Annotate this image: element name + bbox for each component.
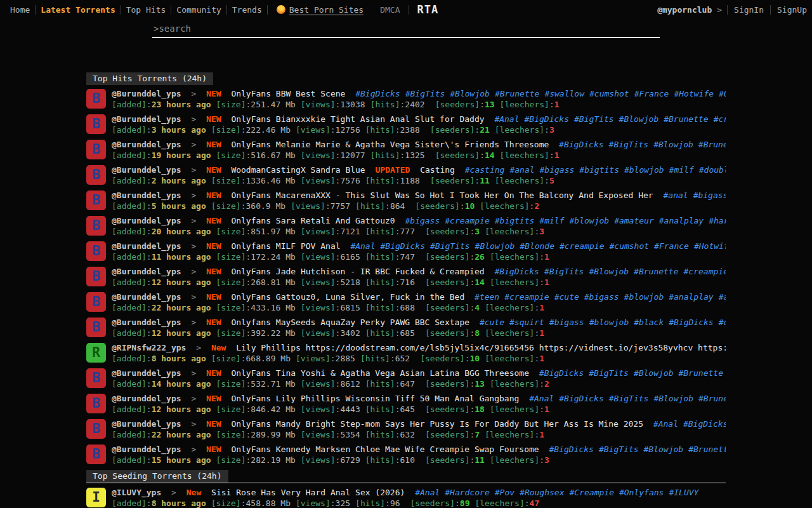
tag-link[interactable]: #Brunette xyxy=(698,394,726,403)
best-porn-sites-link[interactable]: Best Porn Sites xyxy=(277,5,363,15)
tag-link[interactable]: #Hardcore xyxy=(445,488,489,497)
uploader-link[interactable]: @Burunddel_yps xyxy=(112,394,181,403)
torrent-title[interactable]: OnlyFans Jade Hutchison - IR BBC Fucked … xyxy=(231,267,484,276)
signup-link[interactable]: SignUp xyxy=(776,5,808,15)
tag-link[interactable]: #Anal xyxy=(350,241,375,251)
torrent-title[interactable]: Onlyfans Sara Retali And Gattouz0 xyxy=(231,216,395,225)
tag-link[interactable]: #bigass xyxy=(693,190,726,200)
tag-link[interactable]: #milf xyxy=(539,216,564,225)
signin-link[interactable]: SignIn xyxy=(733,5,765,15)
rta-logo[interactable]: RTA xyxy=(417,3,438,16)
tag-link[interactable]: #Brunette xyxy=(688,444,726,454)
uploader-link[interactable]: @Burunddel_yps xyxy=(112,190,181,200)
tag-link[interactable]: #Anal xyxy=(415,488,440,497)
tag-link[interactable]: #cute xyxy=(480,318,504,327)
uploader-avatar[interactable]: B xyxy=(86,267,106,286)
account-link[interactable]: @mypornclub xyxy=(657,5,712,15)
tag-link[interactable]: #bigass xyxy=(540,165,575,175)
torrent-title[interactable]: WoodmanCastingX Sandra Blue xyxy=(231,165,365,175)
tag-link[interactable]: #bigass xyxy=(405,216,440,225)
tag-link[interactable]: #analplay xyxy=(669,292,713,302)
nav-home[interactable]: Home xyxy=(5,5,35,15)
tag-link[interactable]: #BigTits xyxy=(405,89,445,98)
tag-link[interactable]: #Outdoors xyxy=(719,89,726,98)
uploader-link[interactable]: @Burunddel_yps xyxy=(112,368,181,378)
uploader-avatar[interactable]: B xyxy=(86,165,106,185)
uploader-avatar[interactable]: B xyxy=(86,190,106,210)
tag-link[interactable]: #Anal xyxy=(494,114,519,124)
torrent-title[interactable]: OnlyFans BBW Best Scene xyxy=(231,89,345,98)
tag-link[interactable]: #France xyxy=(654,241,689,251)
uploader-avatar[interactable]: B xyxy=(86,241,106,261)
tag-link[interactable]: #BigDicks xyxy=(559,394,603,403)
tag-link[interactable]: #blowjob xyxy=(624,292,664,302)
tag-link[interactable]: #Blowjob xyxy=(475,241,515,251)
tag-link[interactable]: #Hotwife xyxy=(674,89,714,98)
torrent-title[interactable]: OnlyFans Mandy Bright Step-mom Says Her … xyxy=(231,419,643,429)
tag-link[interactable]: #anal xyxy=(509,165,534,175)
tag-link[interactable]: #BigTits xyxy=(589,368,629,378)
uploader-link[interactable]: @Burunddel_yps xyxy=(112,216,181,225)
tag-link[interactable]: #creampie xyxy=(504,292,549,302)
tag-link[interactable]: #blowjob xyxy=(589,318,629,327)
tag-link[interactable]: #BigTits xyxy=(599,444,639,454)
tag-link[interactable]: #bigass xyxy=(549,318,584,327)
uploader-avatar[interactable]: B xyxy=(86,394,106,413)
torrent-title[interactable]: Onlyfans MILF POV Anal xyxy=(231,241,340,251)
tag-link[interactable]: #Roughsex xyxy=(520,488,564,497)
uploader-link[interactable]: @Burunddel_yps xyxy=(112,318,181,327)
tag-link[interactable]: #Anal xyxy=(529,394,554,403)
tag-link[interactable]: #Blowjob xyxy=(644,444,684,454)
torrent-title[interactable]: OnlyFans Bianxxxkie Tight Asian Anal Slu… xyxy=(231,114,484,124)
tag-link[interactable]: #BigDicks xyxy=(381,241,425,251)
tag-link[interactable]: #BigDicks xyxy=(525,114,569,124)
tag-link[interactable]: #amateur xyxy=(719,292,726,302)
tag-link[interactable]: #squirt xyxy=(509,318,544,327)
torrent-title[interactable]: OnlyFans Lily Phillips Wisconsin Tiff 50… xyxy=(231,394,519,403)
uploader-link[interactable]: @RIPNsfw222_yps xyxy=(112,343,186,352)
search-input[interactable] xyxy=(152,22,660,37)
tag-link[interactable]: #BigDicks xyxy=(494,267,539,276)
tag-link[interactable]: #Brunette xyxy=(634,267,678,276)
dmca-link[interactable]: DMCA xyxy=(380,5,400,15)
uploader-link[interactable]: @Burunddel_yps xyxy=(112,419,181,429)
nav-community[interactable]: Community xyxy=(171,5,226,15)
uploader-link[interactable]: @Burunddel_yps xyxy=(112,267,181,276)
tag-link[interactable]: #cumshot xyxy=(589,89,629,98)
tag-link[interactable]: #BigTits xyxy=(430,241,470,251)
tag-link[interactable]: #Blonde xyxy=(520,241,554,251)
tag-link[interactable]: #BigDicks xyxy=(355,89,400,98)
tag-link[interactable]: #BigTits xyxy=(544,267,584,276)
torrent-title[interactable]: Lily Phillips https://doodstream.com/e/l… xyxy=(236,343,726,352)
tag-link[interactable]: #BigDicks xyxy=(683,419,726,429)
uploader-link[interactable]: @Burunddel_yps xyxy=(112,241,181,251)
tag-link[interactable]: #Pov xyxy=(495,488,514,497)
tag-link[interactable]: #BigTits xyxy=(574,114,614,124)
torrent-title-cont[interactable]: Casting xyxy=(420,165,455,175)
tag-link[interactable]: #creampie xyxy=(684,267,726,276)
uploader-link[interactable]: @Burunddel_yps xyxy=(112,165,181,175)
tag-link[interactable]: #teen xyxy=(475,292,499,302)
tag-link[interactable]: #BigTits xyxy=(609,140,649,149)
tag-link[interactable]: #black xyxy=(634,318,664,327)
nav-trends[interactable]: Trends xyxy=(227,5,267,15)
tag-link[interactable]: #creampie xyxy=(714,114,726,124)
tag-link[interactable]: #Blowjob xyxy=(653,394,693,403)
tag-link[interactable]: #casting xyxy=(465,165,505,175)
tag-link[interactable]: #BigTits xyxy=(609,394,649,403)
uploader-avatar[interactable]: B xyxy=(86,140,106,159)
nav-latest-torrents[interactable]: Latest Torrents xyxy=(36,5,120,15)
uploader-link[interactable]: @Burunddel_yps xyxy=(112,89,181,98)
uploader-link[interactable]: @ILUVY_yps xyxy=(112,488,161,497)
tag-link[interactable]: #BigDicks xyxy=(669,318,713,327)
torrent-title[interactable]: Onlyfans MaySeeds AquaZay Perky PAWG BBC… xyxy=(231,318,469,327)
torrent-title[interactable]: OnlyFans MacarenaXXX - This Slut Was So … xyxy=(231,190,653,200)
nav-top-hits[interactable]: Top Hits xyxy=(121,5,171,15)
tag-link[interactable]: #double xyxy=(699,165,726,175)
tag-link[interactable]: #creampie xyxy=(445,216,489,225)
tag-link[interactable]: #Creampie xyxy=(570,488,614,497)
tag-link[interactable]: #blowjob xyxy=(624,165,664,175)
tag-link[interactable]: #bigtits xyxy=(495,216,535,225)
tag-link[interactable]: #Blowjob xyxy=(634,368,674,378)
uploader-avatar[interactable]: B xyxy=(86,89,106,109)
